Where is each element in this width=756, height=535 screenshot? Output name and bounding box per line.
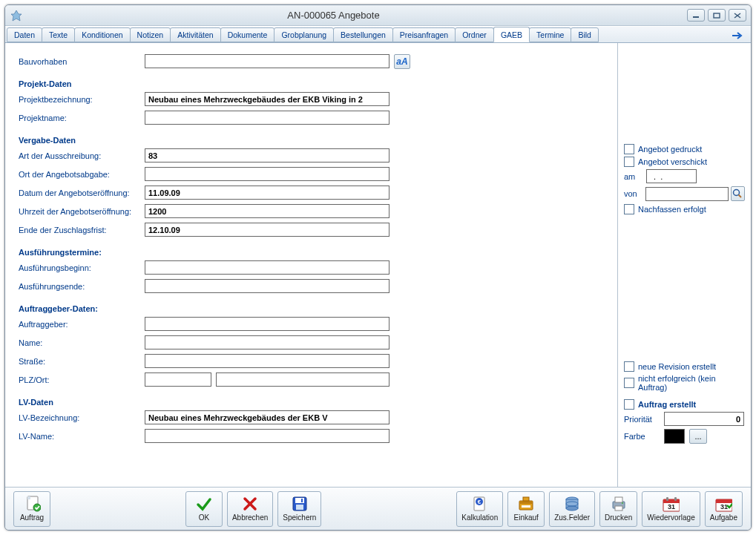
tab-konditionen[interactable]: Konditionen bbox=[74, 27, 130, 42]
ausfuehrungsbeginn-input[interactable] bbox=[145, 260, 389, 275]
abbrechen-label: Abbrechen bbox=[232, 513, 268, 522]
tab-gaeb[interactable]: GAEB bbox=[493, 27, 530, 42]
svg-point-5 bbox=[734, 190, 740, 196]
svg-rect-19 bbox=[519, 501, 533, 504]
von-search-button[interactable] bbox=[731, 186, 745, 201]
drucken-icon bbox=[610, 496, 628, 512]
einkauf-label: Einkauf bbox=[514, 513, 539, 522]
svg-line-6 bbox=[739, 195, 742, 198]
datum-eroeffnung-label: Datum der Angebotseröffnung: bbox=[19, 188, 145, 197]
side-panel: Angebot gedruckt Angebot verschickt am v… bbox=[617, 43, 751, 487]
tab-ordner[interactable]: Ordner bbox=[455, 27, 494, 42]
wiedervorlage-button[interactable]: 31Wiedervorlage bbox=[642, 491, 700, 527]
svg-text:31: 31 bbox=[720, 503, 728, 511]
lv-name-label: LV-Name: bbox=[19, 432, 145, 441]
ausfuehrungsende-input[interactable] bbox=[145, 279, 389, 293]
ort-input[interactable] bbox=[216, 372, 389, 387]
auftraggeber-input[interactable] bbox=[145, 317, 389, 331]
svg-point-29 bbox=[622, 502, 623, 504]
nachfassen-checkbox[interactable] bbox=[624, 204, 634, 214]
tab-preisanfragen[interactable]: Preisanfragen bbox=[392, 27, 456, 42]
lv-name-input[interactable] bbox=[145, 429, 389, 443]
speichern-button[interactable]: Speichern bbox=[277, 491, 321, 527]
svg-rect-12 bbox=[295, 498, 304, 503]
tab-aktivitäten[interactable]: Aktivitäten bbox=[170, 27, 220, 42]
projektname-input[interactable] bbox=[145, 111, 389, 125]
nachfassen-label: Nachfassen erfolgt bbox=[638, 205, 706, 214]
close-button[interactable] bbox=[729, 9, 746, 22]
auftrag-button[interactable]: Auftrag bbox=[13, 491, 50, 527]
window-frame: AN-000065 Angebote DatenTexteKonditionen… bbox=[4, 4, 752, 531]
auftraggeber-daten-header: Auftraggeber-Daten: bbox=[19, 304, 604, 313]
projektbezeichnung-input[interactable] bbox=[145, 92, 389, 106]
farbe-swatch[interactable] bbox=[664, 429, 685, 444]
kalkulation-button[interactable]: €Kalkulation bbox=[456, 491, 503, 527]
next-arrow-button[interactable] bbox=[729, 29, 746, 42]
lv-bezeichnung-input[interactable] bbox=[145, 410, 389, 424]
bauvorhaben-input[interactable] bbox=[145, 54, 389, 68]
tab-bild[interactable]: Bild bbox=[571, 27, 599, 42]
lv-bezeichnung-label: LV-Bezeichnung: bbox=[19, 413, 145, 422]
tab-daten[interactable]: Daten bbox=[7, 27, 42, 42]
prioritaet-input[interactable] bbox=[664, 412, 744, 426]
maximize-button[interactable] bbox=[708, 9, 726, 22]
ort-abgabe-input[interactable] bbox=[145, 167, 389, 181]
farbe-label: Farbe bbox=[624, 432, 660, 441]
nicht-erfolgreich-checkbox[interactable] bbox=[624, 378, 634, 388]
angebot-verschickt-checkbox[interactable] bbox=[624, 157, 634, 167]
tab-termine[interactable]: Termine bbox=[529, 27, 571, 42]
svg-point-24 bbox=[566, 506, 578, 511]
ok-label: OK bbox=[199, 513, 209, 522]
svg-text:31: 31 bbox=[668, 503, 675, 511]
nicht-erfolgreich-label: nicht erfolgreich (kein Auftrag) bbox=[638, 374, 745, 392]
uhrzeit-eroeffnung-label: Uhrzeit der Angebotseröffnung: bbox=[19, 207, 145, 216]
farbe-picker-button[interactable]: ... bbox=[689, 429, 707, 444]
speichern-icon bbox=[291, 496, 309, 512]
wiedervorlage-label: Wiedervorlage bbox=[647, 513, 694, 522]
plz-input[interactable] bbox=[145, 372, 211, 387]
minimize-button[interactable] bbox=[687, 9, 705, 22]
abbrechen-button[interactable]: Abbrechen bbox=[227, 491, 273, 527]
auftrag-erstellt-checkbox[interactable] bbox=[624, 399, 634, 410]
aufgabe-label: Aufgabe bbox=[710, 513, 737, 522]
uhrzeit-eroeffnung-input[interactable] bbox=[145, 204, 389, 218]
tab-bestellungen[interactable]: Bestellungen bbox=[333, 27, 393, 42]
zusfelder-label: Zus.Felder bbox=[554, 513, 590, 522]
zusfelder-button[interactable]: Zus.Felder bbox=[549, 491, 595, 527]
ausfuehrungstermine-header: Ausführungstermine: bbox=[19, 248, 604, 257]
ende-zuschlagsfrist-input[interactable] bbox=[145, 223, 389, 237]
auftrag-label: Auftrag bbox=[20, 513, 44, 522]
von-input[interactable] bbox=[645, 187, 729, 201]
svg-rect-14 bbox=[301, 499, 303, 502]
svg-rect-21 bbox=[522, 505, 530, 508]
neue-revision-checkbox[interactable] bbox=[624, 361, 634, 372]
angebot-verschickt-label: Angebot verschickt bbox=[638, 157, 707, 166]
name-label: Name: bbox=[19, 338, 145, 347]
kalkulation-label: Kalkulation bbox=[461, 513, 498, 522]
abbrechen-icon bbox=[241, 496, 259, 512]
ok-button[interactable]: OK bbox=[185, 491, 223, 527]
art-ausschreibung-input[interactable] bbox=[145, 148, 389, 163]
text-format-button[interactable]: aA bbox=[394, 54, 410, 69]
svg-rect-33 bbox=[666, 497, 668, 501]
angebot-gedruckt-checkbox[interactable] bbox=[624, 144, 634, 154]
strasse-input[interactable] bbox=[145, 354, 389, 368]
speichern-label: Speichern bbox=[283, 513, 316, 522]
svg-rect-27 bbox=[615, 497, 622, 502]
einkauf-icon bbox=[517, 496, 535, 512]
tab-grobplanung[interactable]: Grobplanung bbox=[274, 27, 334, 42]
aufgabe-icon: 31 bbox=[714, 496, 732, 512]
tab-texte[interactable]: Texte bbox=[42, 27, 75, 42]
auftrag-icon bbox=[23, 496, 41, 512]
tab-dokumente[interactable]: Dokumente bbox=[220, 27, 275, 42]
tab-notizen[interactable]: Notizen bbox=[130, 27, 171, 42]
kalkulation-icon: € bbox=[471, 496, 489, 512]
am-input[interactable] bbox=[646, 169, 697, 183]
drucken-button[interactable]: Drucken bbox=[599, 491, 637, 527]
aufgabe-button[interactable]: 31Aufgabe bbox=[705, 491, 743, 527]
svg-rect-28 bbox=[615, 506, 622, 511]
vergabe-daten-header: Vergabe-Daten bbox=[19, 136, 604, 145]
einkauf-button[interactable]: Einkauf bbox=[507, 491, 545, 527]
name-input[interactable] bbox=[145, 335, 389, 349]
datum-eroeffnung-input[interactable] bbox=[145, 186, 389, 200]
